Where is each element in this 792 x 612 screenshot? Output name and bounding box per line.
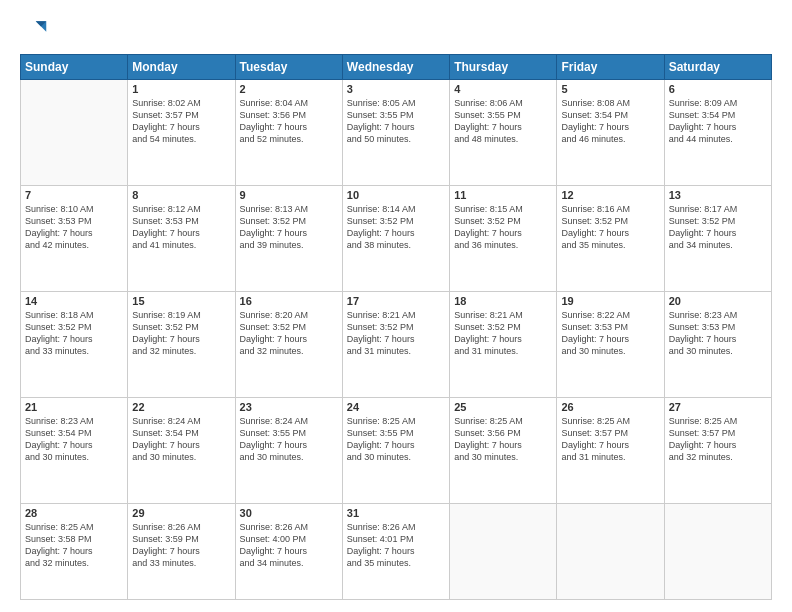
day-info: Sunrise: 8:17 AM Sunset: 3:52 PM Dayligh… bbox=[669, 203, 767, 252]
calendar-cell bbox=[664, 503, 771, 599]
calendar-week-4: 21Sunrise: 8:23 AM Sunset: 3:54 PM Dayli… bbox=[21, 397, 772, 503]
day-number: 23 bbox=[240, 401, 338, 413]
calendar-cell: 7Sunrise: 8:10 AM Sunset: 3:53 PM Daylig… bbox=[21, 185, 128, 291]
day-info: Sunrise: 8:26 AM Sunset: 4:00 PM Dayligh… bbox=[240, 521, 338, 570]
calendar-cell: 20Sunrise: 8:23 AM Sunset: 3:53 PM Dayli… bbox=[664, 291, 771, 397]
calendar-cell: 10Sunrise: 8:14 AM Sunset: 3:52 PM Dayli… bbox=[342, 185, 449, 291]
calendar-cell: 26Sunrise: 8:25 AM Sunset: 3:57 PM Dayli… bbox=[557, 397, 664, 503]
calendar-cell: 23Sunrise: 8:24 AM Sunset: 3:55 PM Dayli… bbox=[235, 397, 342, 503]
day-number: 17 bbox=[347, 295, 445, 307]
calendar-cell: 18Sunrise: 8:21 AM Sunset: 3:52 PM Dayli… bbox=[450, 291, 557, 397]
day-info: Sunrise: 8:25 AM Sunset: 3:57 PM Dayligh… bbox=[669, 415, 767, 464]
calendar-cell: 28Sunrise: 8:25 AM Sunset: 3:58 PM Dayli… bbox=[21, 503, 128, 599]
calendar-cell: 29Sunrise: 8:26 AM Sunset: 3:59 PM Dayli… bbox=[128, 503, 235, 599]
day-info: Sunrise: 8:08 AM Sunset: 3:54 PM Dayligh… bbox=[561, 97, 659, 146]
day-info: Sunrise: 8:26 AM Sunset: 4:01 PM Dayligh… bbox=[347, 521, 445, 570]
day-info: Sunrise: 8:21 AM Sunset: 3:52 PM Dayligh… bbox=[347, 309, 445, 358]
day-info: Sunrise: 8:23 AM Sunset: 3:53 PM Dayligh… bbox=[669, 309, 767, 358]
day-number: 18 bbox=[454, 295, 552, 307]
calendar-header-sunday: Sunday bbox=[21, 55, 128, 80]
day-number: 2 bbox=[240, 83, 338, 95]
day-info: Sunrise: 8:25 AM Sunset: 3:57 PM Dayligh… bbox=[561, 415, 659, 464]
day-info: Sunrise: 8:24 AM Sunset: 3:54 PM Dayligh… bbox=[132, 415, 230, 464]
calendar-cell bbox=[21, 80, 128, 186]
page: SundayMondayTuesdayWednesdayThursdayFrid… bbox=[0, 0, 792, 612]
day-info: Sunrise: 8:16 AM Sunset: 3:52 PM Dayligh… bbox=[561, 203, 659, 252]
day-number: 7 bbox=[25, 189, 123, 201]
calendar-cell: 6Sunrise: 8:09 AM Sunset: 3:54 PM Daylig… bbox=[664, 80, 771, 186]
day-info: Sunrise: 8:22 AM Sunset: 3:53 PM Dayligh… bbox=[561, 309, 659, 358]
calendar-header-wednesday: Wednesday bbox=[342, 55, 449, 80]
calendar-header-thursday: Thursday bbox=[450, 55, 557, 80]
calendar-week-1: 1Sunrise: 8:02 AM Sunset: 3:57 PM Daylig… bbox=[21, 80, 772, 186]
day-info: Sunrise: 8:12 AM Sunset: 3:53 PM Dayligh… bbox=[132, 203, 230, 252]
calendar-cell: 27Sunrise: 8:25 AM Sunset: 3:57 PM Dayli… bbox=[664, 397, 771, 503]
day-info: Sunrise: 8:18 AM Sunset: 3:52 PM Dayligh… bbox=[25, 309, 123, 358]
calendar-header-saturday: Saturday bbox=[664, 55, 771, 80]
day-number: 8 bbox=[132, 189, 230, 201]
day-number: 28 bbox=[25, 507, 123, 519]
calendar-week-2: 7Sunrise: 8:10 AM Sunset: 3:53 PM Daylig… bbox=[21, 185, 772, 291]
day-info: Sunrise: 8:13 AM Sunset: 3:52 PM Dayligh… bbox=[240, 203, 338, 252]
day-number: 9 bbox=[240, 189, 338, 201]
calendar-header-monday: Monday bbox=[128, 55, 235, 80]
day-info: Sunrise: 8:15 AM Sunset: 3:52 PM Dayligh… bbox=[454, 203, 552, 252]
day-number: 11 bbox=[454, 189, 552, 201]
header bbox=[20, 16, 772, 44]
day-number: 29 bbox=[132, 507, 230, 519]
calendar-cell: 15Sunrise: 8:19 AM Sunset: 3:52 PM Dayli… bbox=[128, 291, 235, 397]
day-number: 4 bbox=[454, 83, 552, 95]
day-info: Sunrise: 8:25 AM Sunset: 3:58 PM Dayligh… bbox=[25, 521, 123, 570]
calendar-cell: 4Sunrise: 8:06 AM Sunset: 3:55 PM Daylig… bbox=[450, 80, 557, 186]
day-info: Sunrise: 8:10 AM Sunset: 3:53 PM Dayligh… bbox=[25, 203, 123, 252]
day-info: Sunrise: 8:21 AM Sunset: 3:52 PM Dayligh… bbox=[454, 309, 552, 358]
day-number: 13 bbox=[669, 189, 767, 201]
calendar-week-5: 28Sunrise: 8:25 AM Sunset: 3:58 PM Dayli… bbox=[21, 503, 772, 599]
day-info: Sunrise: 8:23 AM Sunset: 3:54 PM Dayligh… bbox=[25, 415, 123, 464]
day-info: Sunrise: 8:14 AM Sunset: 3:52 PM Dayligh… bbox=[347, 203, 445, 252]
calendar-cell: 2Sunrise: 8:04 AM Sunset: 3:56 PM Daylig… bbox=[235, 80, 342, 186]
calendar-header-tuesday: Tuesday bbox=[235, 55, 342, 80]
day-info: Sunrise: 8:06 AM Sunset: 3:55 PM Dayligh… bbox=[454, 97, 552, 146]
calendar-cell: 31Sunrise: 8:26 AM Sunset: 4:01 PM Dayli… bbox=[342, 503, 449, 599]
day-number: 6 bbox=[669, 83, 767, 95]
day-number: 16 bbox=[240, 295, 338, 307]
day-number: 22 bbox=[132, 401, 230, 413]
svg-rect-0 bbox=[20, 16, 48, 44]
calendar-cell: 30Sunrise: 8:26 AM Sunset: 4:00 PM Dayli… bbox=[235, 503, 342, 599]
calendar-cell bbox=[450, 503, 557, 599]
calendar-cell: 17Sunrise: 8:21 AM Sunset: 3:52 PM Dayli… bbox=[342, 291, 449, 397]
day-info: Sunrise: 8:25 AM Sunset: 3:55 PM Dayligh… bbox=[347, 415, 445, 464]
calendar-cell: 3Sunrise: 8:05 AM Sunset: 3:55 PM Daylig… bbox=[342, 80, 449, 186]
day-number: 25 bbox=[454, 401, 552, 413]
day-number: 30 bbox=[240, 507, 338, 519]
logo bbox=[20, 16, 52, 44]
day-number: 10 bbox=[347, 189, 445, 201]
calendar-cell: 22Sunrise: 8:24 AM Sunset: 3:54 PM Dayli… bbox=[128, 397, 235, 503]
calendar-header-friday: Friday bbox=[557, 55, 664, 80]
day-info: Sunrise: 8:02 AM Sunset: 3:57 PM Dayligh… bbox=[132, 97, 230, 146]
day-info: Sunrise: 8:04 AM Sunset: 3:56 PM Dayligh… bbox=[240, 97, 338, 146]
day-info: Sunrise: 8:05 AM Sunset: 3:55 PM Dayligh… bbox=[347, 97, 445, 146]
calendar-cell: 1Sunrise: 8:02 AM Sunset: 3:57 PM Daylig… bbox=[128, 80, 235, 186]
calendar-cell: 16Sunrise: 8:20 AM Sunset: 3:52 PM Dayli… bbox=[235, 291, 342, 397]
day-info: Sunrise: 8:24 AM Sunset: 3:55 PM Dayligh… bbox=[240, 415, 338, 464]
day-number: 3 bbox=[347, 83, 445, 95]
day-number: 21 bbox=[25, 401, 123, 413]
day-number: 15 bbox=[132, 295, 230, 307]
day-number: 27 bbox=[669, 401, 767, 413]
day-info: Sunrise: 8:25 AM Sunset: 3:56 PM Dayligh… bbox=[454, 415, 552, 464]
calendar-cell: 9Sunrise: 8:13 AM Sunset: 3:52 PM Daylig… bbox=[235, 185, 342, 291]
calendar-cell: 8Sunrise: 8:12 AM Sunset: 3:53 PM Daylig… bbox=[128, 185, 235, 291]
calendar-cell: 14Sunrise: 8:18 AM Sunset: 3:52 PM Dayli… bbox=[21, 291, 128, 397]
day-info: Sunrise: 8:19 AM Sunset: 3:52 PM Dayligh… bbox=[132, 309, 230, 358]
calendar-header-row: SundayMondayTuesdayWednesdayThursdayFrid… bbox=[21, 55, 772, 80]
calendar-cell: 24Sunrise: 8:25 AM Sunset: 3:55 PM Dayli… bbox=[342, 397, 449, 503]
day-info: Sunrise: 8:20 AM Sunset: 3:52 PM Dayligh… bbox=[240, 309, 338, 358]
day-number: 31 bbox=[347, 507, 445, 519]
calendar-cell: 5Sunrise: 8:08 AM Sunset: 3:54 PM Daylig… bbox=[557, 80, 664, 186]
calendar-cell bbox=[557, 503, 664, 599]
day-number: 20 bbox=[669, 295, 767, 307]
day-number: 14 bbox=[25, 295, 123, 307]
day-number: 26 bbox=[561, 401, 659, 413]
